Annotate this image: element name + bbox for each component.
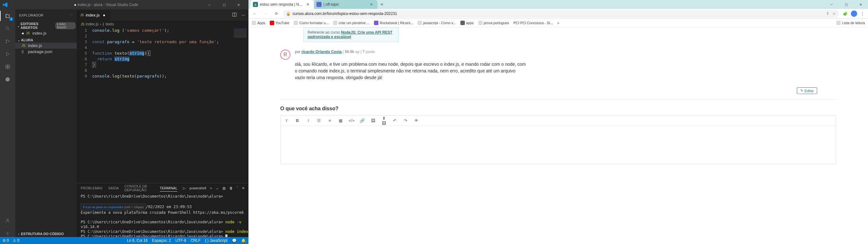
- feedback-icon[interactable]: 💬: [232, 238, 237, 243]
- address-bar[interactable]: 🔒 cursos.alura.com.br/forum/topico-estou…: [283, 10, 839, 18]
- bookmark-item[interactable]: apps: [460, 21, 474, 25]
- minimize-button[interactable]: ─: [824, 0, 839, 9]
- preview-icon[interactable]: 👁: [413, 118, 419, 123]
- table-icon[interactable]: ▦: [338, 118, 343, 123]
- bookmark-item[interactable]: prova portugues: [478, 21, 509, 25]
- upload-image-icon[interactable]: ⬆🖼: [381, 116, 387, 125]
- reply-heading: O que você acha disso?: [280, 106, 836, 112]
- status-indent[interactable]: Espaços: 2: [152, 238, 171, 243]
- search-icon[interactable]: [4, 25, 11, 32]
- italic-icon[interactable]: I: [305, 118, 311, 123]
- panel-tab-debug[interactable]: CONSOLE DE DEPURAÇÃO: [124, 183, 154, 193]
- bottom-panel: PROBLEMAS SAÍDA CONSOLE DE DEPURAÇÃO TER…: [77, 183, 248, 237]
- open-editor-item[interactable]: ● JS index.js: [15, 30, 77, 36]
- reload-button[interactable]: ⟳: [272, 9, 281, 18]
- close-button[interactable]: ✕: [231, 0, 246, 9]
- close-panel-icon[interactable]: ✕: [242, 186, 245, 190]
- heading-icon[interactable]: T: [284, 118, 289, 123]
- bookmark-item[interactable]: criar um pendrive ...: [333, 21, 370, 25]
- split-terminal-icon[interactable]: ▥: [222, 186, 225, 190]
- status-warnings[interactable]: ⚠ 0: [13, 238, 20, 243]
- numbered-list-icon[interactable]: ≡: [327, 118, 333, 123]
- new-tab-button[interactable]: +: [377, 0, 386, 9]
- chevron-down-icon: ⌄: [17, 38, 21, 42]
- terminal[interactable]: PS C:\Users\ricar\OneDrive\Documentos\Ri…: [77, 193, 248, 237]
- edit-button[interactable]: ✎Editar: [797, 87, 817, 94]
- bookmark-item[interactable]: javascript - Como v...: [417, 21, 456, 25]
- author-avatar[interactable]: R: [280, 50, 290, 60]
- panel-tab-problems[interactable]: PROBLEMAS: [81, 185, 102, 191]
- bookmark-item[interactable]: Apps: [252, 21, 265, 25]
- code-icon[interactable]: </>: [348, 118, 354, 123]
- redo-icon[interactable]: ↷: [403, 118, 408, 123]
- source-control-icon[interactable]: [4, 37, 11, 45]
- chevron-up-icon[interactable]: ˆ: [237, 186, 238, 190]
- more-icon[interactable]: ⋯: [242, 13, 245, 18]
- bullet-list-icon[interactable]: ☰: [316, 118, 322, 123]
- back-button[interactable]: ←: [250, 9, 259, 18]
- explorer-icon[interactable]: 1: [4, 12, 11, 20]
- more-icon[interactable]: ⋯: [69, 13, 73, 17]
- status-language[interactable]: { } JavaScript: [205, 238, 227, 243]
- extensions-icon[interactable]: [4, 63, 11, 70]
- breadcrumb[interactable]: JS index.js › ⨍ texto: [77, 21, 248, 28]
- close-tab-icon[interactable]: ✕: [306, 2, 311, 7]
- forum-post: R por ricardo Orlando Costa | 59.9k xp |…: [280, 50, 836, 81]
- settings-gear-icon[interactable]: [4, 230, 11, 237]
- link-icon[interactable]: 🔗: [359, 118, 365, 123]
- reply-textarea[interactable]: [281, 126, 836, 164]
- terminal-shell-label[interactable]: powershell: [189, 186, 206, 190]
- maximize-button[interactable]: ▢: [839, 0, 854, 9]
- status-cursor-pos[interactable]: Ln 6, Col 16: [127, 238, 148, 243]
- minimize-button[interactable]: ─: [202, 0, 217, 9]
- new-terminal-icon[interactable]: +: [210, 186, 212, 190]
- image-icon[interactable]: 🖼: [370, 118, 376, 123]
- star-icon[interactable]: ☆: [832, 11, 836, 16]
- extension-icon[interactable]: 🧩: [843, 11, 848, 16]
- workspace-header[interactable]: ⌄ ALURA: [15, 37, 77, 42]
- minimap[interactable]: [231, 28, 248, 183]
- split-editor-icon[interactable]: [232, 12, 237, 18]
- close-button[interactable]: ✕: [854, 0, 868, 9]
- panel-tab-output[interactable]: SAÍDA: [108, 185, 119, 191]
- undo-icon[interactable]: ↶: [392, 118, 398, 123]
- maximize-button[interactable]: ▢: [217, 0, 231, 9]
- reading-list[interactable]: Lista de leitura: [836, 21, 865, 25]
- svg-point-9: [7, 219, 8, 220]
- outline-header[interactable]: › ESTRUTURA DO CÓDIGO: [15, 231, 77, 236]
- vscode-titlebar[interactable]: ●index.js - alura - Visual Studio Code ─…: [0, 0, 248, 9]
- terminal-shell-icon[interactable]: ▷: [183, 186, 186, 190]
- author-link[interactable]: ricardo Orlando Costa: [302, 50, 342, 54]
- dropdown-icon[interactable]: ⌄: [216, 186, 219, 190]
- bookmark-item[interactable]: Rocketseat | Ricard...: [374, 21, 413, 25]
- github-icon[interactable]: [4, 75, 11, 83]
- bookmark-item[interactable]: PCI PCI Concursos - Si...: [514, 21, 553, 25]
- status-errors[interactable]: ⊘ 0: [3, 238, 9, 243]
- trash-icon[interactable]: 🗑: [229, 186, 233, 190]
- share-icon[interactable]: ⇪: [826, 11, 829, 16]
- account-icon[interactable]: [4, 217, 11, 224]
- profile-avatar[interactable]: [851, 10, 857, 17]
- file-item[interactable]: JS index.js: [15, 42, 77, 49]
- modified-dot-icon[interactable]: ●: [102, 13, 107, 18]
- status-encoding[interactable]: UTF-8: [175, 238, 186, 243]
- bookmark-item[interactable]: Como formatar u...: [293, 21, 329, 25]
- run-debug-icon[interactable]: [4, 50, 11, 58]
- browser-tab[interactable]: 🎮 | off-topic ✕: [314, 0, 377, 9]
- file-item[interactable]: {} package.json: [15, 49, 77, 55]
- code-editor[interactable]: 123456789 console.log ('vamos começar!')…: [77, 28, 248, 183]
- bold-icon[interactable]: B: [294, 118, 300, 123]
- forward-button[interactable]: →: [261, 9, 270, 18]
- status-eol[interactable]: CRLF: [191, 238, 200, 243]
- js-file-icon: JS: [22, 44, 27, 47]
- menu-icon[interactable]: ⋮: [860, 11, 864, 16]
- code-content[interactable]: console.log ('vamos começar!');const par…: [92, 28, 248, 183]
- bookmarks-overflow[interactable]: »: [557, 21, 559, 25]
- editor-tab[interactable]: JS index.js ●: [77, 9, 110, 21]
- panel-tab-terminal[interactable]: TERMINAL: [160, 185, 178, 191]
- browser-tab[interactable]: a estou sem resposta | NodeJS: Cr ✕: [250, 0, 314, 9]
- notifications-icon[interactable]: 🔔: [241, 238, 246, 243]
- open-editors-header[interactable]: ⌄ EDITORES ABERTOS 1 NÃO SALVO: [15, 21, 77, 30]
- bookmark-item[interactable]: YouTube: [270, 21, 289, 25]
- close-tab-icon[interactable]: ✕: [370, 2, 375, 7]
